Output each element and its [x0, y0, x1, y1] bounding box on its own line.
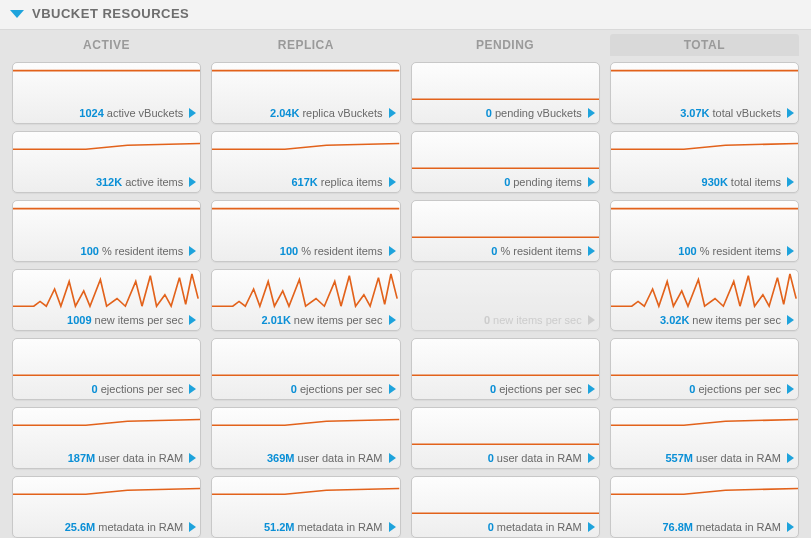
- play-icon[interactable]: [189, 315, 196, 325]
- play-icon[interactable]: [588, 246, 595, 256]
- metric-value: 369M: [267, 452, 295, 464]
- metric-cell[interactable]: 369Muser data in RAM: [211, 407, 400, 469]
- sparkline: [13, 63, 200, 103]
- play-icon[interactable]: [787, 453, 794, 463]
- play-icon[interactable]: [787, 315, 794, 325]
- metric-cell[interactable]: 1024active vBuckets: [12, 62, 201, 124]
- sparkline: [212, 339, 399, 379]
- play-icon[interactable]: [588, 384, 595, 394]
- metric-label: % resident items: [500, 245, 581, 257]
- sparkline: [212, 63, 399, 103]
- play-icon[interactable]: [189, 522, 196, 532]
- metric-cell[interactable]: 0ejections per sec: [610, 338, 799, 400]
- metric-cell[interactable]: 100% resident items: [610, 200, 799, 262]
- metric-label: % resident items: [102, 245, 183, 257]
- metric-value: 3.02K: [660, 314, 689, 326]
- play-icon[interactable]: [389, 108, 396, 118]
- play-icon[interactable]: [588, 522, 595, 532]
- sparkline: [212, 201, 399, 241]
- metric-footer: 617Kreplica items: [212, 172, 399, 192]
- metric-cell[interactable]: 312Kactive items: [12, 131, 201, 193]
- play-icon[interactable]: [189, 453, 196, 463]
- metric-cell[interactable]: 51.2Mmetadata in RAM: [211, 476, 400, 538]
- metric-cell[interactable]: 0ejections per sec: [211, 338, 400, 400]
- metric-row: 312Kactive items617Kreplica items0pendin…: [12, 131, 799, 193]
- metric-label: total items: [731, 176, 781, 188]
- metric-cell[interactable]: 0ejections per sec: [12, 338, 201, 400]
- metric-row: 0ejections per sec0ejections per sec0eje…: [12, 338, 799, 400]
- play-icon[interactable]: [588, 453, 595, 463]
- metric-footer: 0pending vBuckets: [412, 103, 599, 123]
- play-icon[interactable]: [189, 108, 196, 118]
- metric-cell[interactable]: 557Muser data in RAM: [610, 407, 799, 469]
- play-icon[interactable]: [588, 108, 595, 118]
- play-icon[interactable]: [389, 453, 396, 463]
- play-icon[interactable]: [787, 246, 794, 256]
- metric-cell[interactable]: 0ejections per sec: [411, 338, 600, 400]
- metric-cell[interactable]: 3.02Knew items per sec: [610, 269, 799, 331]
- play-icon[interactable]: [787, 108, 794, 118]
- play-icon[interactable]: [787, 384, 794, 394]
- sparkline: [412, 201, 599, 241]
- metric-cell[interactable]: 2.04Kreplica vBuckets: [211, 62, 400, 124]
- metric-value: 312K: [96, 176, 122, 188]
- metric-cell[interactable]: 0pending items: [411, 131, 600, 193]
- metric-cell[interactable]: 100% resident items: [211, 200, 400, 262]
- metric-cell[interactable]: 0% resident items: [411, 200, 600, 262]
- play-icon[interactable]: [787, 522, 794, 532]
- metric-cell[interactable]: 617Kreplica items: [211, 131, 400, 193]
- metric-cell[interactable]: 100% resident items: [12, 200, 201, 262]
- column-header-total[interactable]: TOTAL: [610, 34, 799, 56]
- column-header-pending[interactable]: PENDING: [411, 34, 600, 56]
- metric-cell[interactable]: 0metadata in RAM: [411, 476, 600, 538]
- metric-cell[interactable]: 187Muser data in RAM: [12, 407, 201, 469]
- metric-label: replica vBuckets: [302, 107, 382, 119]
- metric-label: new items per sec: [692, 314, 781, 326]
- play-icon[interactable]: [389, 246, 396, 256]
- play-icon[interactable]: [389, 384, 396, 394]
- column-header-replica[interactable]: REPLICA: [211, 34, 400, 56]
- metric-value: 557M: [665, 452, 693, 464]
- metric-footer: 1024active vBuckets: [13, 103, 200, 123]
- metric-cell[interactable]: 0user data in RAM: [411, 407, 600, 469]
- section-header[interactable]: VBUCKET RESOURCES: [0, 0, 811, 30]
- metric-label: ejections per sec: [499, 383, 582, 395]
- play-icon[interactable]: [588, 315, 595, 325]
- metric-label: new items per sec: [95, 314, 184, 326]
- play-icon[interactable]: [189, 177, 196, 187]
- metric-cell[interactable]: 3.07Ktotal vBuckets: [610, 62, 799, 124]
- metric-cell[interactable]: 0new items per sec: [411, 269, 600, 331]
- sparkline: [13, 132, 200, 172]
- metric-label: metadata in RAM: [98, 521, 183, 533]
- metric-value: 0: [689, 383, 695, 395]
- sparkline: [412, 63, 599, 103]
- sparkline: [13, 477, 200, 517]
- metric-value: 0: [504, 176, 510, 188]
- metric-label: ejections per sec: [101, 383, 184, 395]
- metric-footer: 0% resident items: [412, 241, 599, 261]
- play-icon[interactable]: [389, 315, 396, 325]
- play-icon[interactable]: [389, 522, 396, 532]
- metric-cell[interactable]: 930Ktotal items: [610, 131, 799, 193]
- play-icon[interactable]: [189, 384, 196, 394]
- play-icon[interactable]: [588, 177, 595, 187]
- play-icon[interactable]: [389, 177, 396, 187]
- metric-label: % resident items: [301, 245, 382, 257]
- sparkline: [611, 477, 798, 517]
- play-icon[interactable]: [189, 246, 196, 256]
- metric-footer: 0user data in RAM: [412, 448, 599, 468]
- sparkline: [611, 408, 798, 448]
- metric-footer: 51.2Mmetadata in RAM: [212, 517, 399, 537]
- metric-footer: 187Muser data in RAM: [13, 448, 200, 468]
- metric-cell[interactable]: 25.6Mmetadata in RAM: [12, 476, 201, 538]
- metric-cell[interactable]: 2.01Knew items per sec: [211, 269, 400, 331]
- metric-footer: 369Muser data in RAM: [212, 448, 399, 468]
- sparkline: [13, 408, 200, 448]
- metric-cell[interactable]: 1009new items per sec: [12, 269, 201, 331]
- metric-cell[interactable]: 76.8Mmetadata in RAM: [610, 476, 799, 538]
- play-icon[interactable]: [787, 177, 794, 187]
- metric-cell[interactable]: 0pending vBuckets: [411, 62, 600, 124]
- metric-value: 930K: [702, 176, 728, 188]
- metric-row: 187Muser data in RAM369Muser data in RAM…: [12, 407, 799, 469]
- column-header-active[interactable]: ACTIVE: [12, 34, 201, 56]
